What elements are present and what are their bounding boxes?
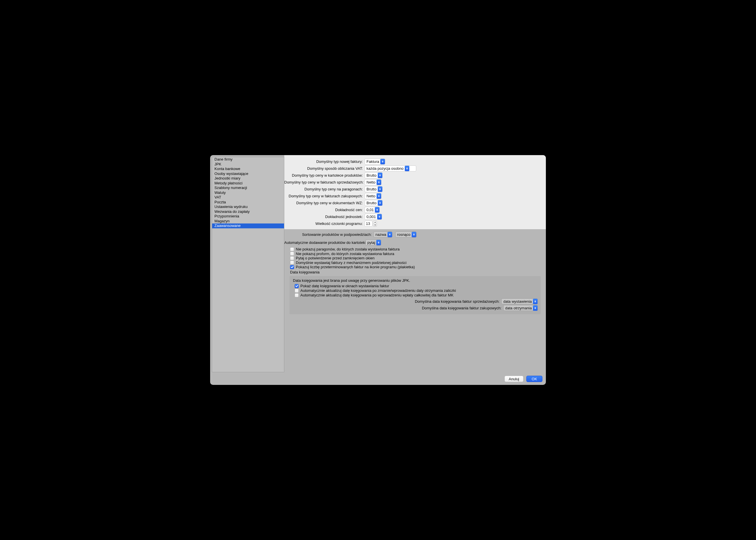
- sidebar-item[interactable]: Szablony numeracji: [212, 186, 284, 191]
- sidebar-item[interactable]: Wezwania do zapłaty: [212, 209, 284, 214]
- select-arrows-icon: [375, 207, 379, 212]
- select-arrows-icon: [377, 193, 381, 199]
- content-area: Dane firmyJPKKonta bankoweOsoby wystawia…: [210, 155, 546, 385]
- label-booking-purchase: Domyślna data księgowania faktur zakupow…: [422, 306, 501, 310]
- checkbox-hide-receipts[interactable]: [290, 247, 294, 251]
- checkbox-label: Pytaj o potwierdzenie przed zamknięciem …: [296, 256, 375, 260]
- select-price-products[interactable]: Brutto: [364, 172, 383, 178]
- label-price-receipts: Domyślny typ ceny na paragonach:: [284, 187, 364, 191]
- sidebar-item[interactable]: Poczta: [212, 200, 284, 205]
- select-arrows-icon: [405, 166, 409, 171]
- sidebar-item[interactable]: JPK: [212, 162, 284, 167]
- select-price-sales[interactable]: Netto: [364, 179, 381, 185]
- checkbox-label: Pokazuj liczbę przeterminowanych faktur …: [296, 265, 415, 269]
- sidebar-item[interactable]: Dane firmy: [212, 157, 284, 162]
- ok-button[interactable]: OK: [526, 376, 542, 382]
- stepper-down-icon[interactable]: [373, 224, 377, 226]
- sidebar-item[interactable]: Zaawansowane: [212, 223, 284, 228]
- label-font-size: Wielkość czcionki programu:: [284, 221, 364, 226]
- cancel-button[interactable]: Anuluj: [504, 376, 523, 382]
- label-new-invoice-type: Domyślny typ nowej faktury:: [284, 159, 364, 164]
- checkbox-label: Domyślnie wystawiaj faktury z mechanizme…: [296, 260, 407, 265]
- label-product-sort: Sortowanie produktów w podpowiedziach:: [284, 232, 373, 237]
- checkbox-hide-proformas[interactable]: [290, 252, 294, 256]
- sidebar-item[interactable]: VAT: [212, 195, 284, 200]
- select-arrows-icon: [376, 240, 381, 245]
- select-vat-calc[interactable]: każda pozycja osobno: [364, 166, 416, 172]
- select-arrows-icon: [412, 232, 416, 237]
- checkbox-split-payment[interactable]: [290, 260, 294, 265]
- label-auto-add-products: Automatyczne dodawanie produktów do kart…: [284, 240, 365, 245]
- checkbox-label: Automatycznie aktualizuj datę księgowani…: [300, 293, 454, 297]
- select-booking-sales[interactable]: data wystawienia: [501, 299, 538, 304]
- select-booking-purchase[interactable]: data otrzymania: [503, 305, 538, 311]
- checkbox-auto-update-advance[interactable]: [294, 289, 299, 293]
- checkbox-label: Nie pokazuj paragonów, do których został…: [296, 247, 400, 251]
- select-arrows-icon: [388, 232, 392, 237]
- select-arrows-icon: [378, 173, 382, 178]
- booking-groupbox: Data księgowania jest brana pod uwagę pr…: [289, 276, 541, 314]
- sidebar-item[interactable]: Magazyn: [212, 219, 284, 224]
- checkbox-label: Nie pokazuj proform, do których została …: [296, 252, 394, 256]
- button-bar: Anuluj OK: [504, 376, 542, 382]
- select-price-precision[interactable]: 0,01: [364, 207, 380, 213]
- label-vat-calc: Domyślny sposób obliczania VAT:: [284, 166, 364, 171]
- sidebar-item[interactable]: Konta bankowe: [212, 167, 284, 172]
- select-product-sort-dir[interactable]: rosnąco: [395, 231, 417, 237]
- select-arrows-icon: [377, 180, 381, 185]
- label-price-purchase: Domyślny typ ceny w fakturach zakupowych…: [284, 194, 364, 198]
- stepper-buttons[interactable]: [373, 220, 377, 227]
- label-price-wz: Domyślny typ ceny w dokumentach WZ:: [284, 201, 364, 205]
- label-price-precision: Dokładność cen:: [284, 208, 364, 212]
- settings-dialog: Dane firmyJPKKonta bankoweOsoby wystawia…: [210, 155, 546, 385]
- sidebar-item[interactable]: Przypomnienia: [212, 214, 284, 219]
- top-section: Domyślny typ nowej faktury: Faktura Domy…: [284, 155, 546, 229]
- checkbox-confirm-close[interactable]: [290, 256, 294, 260]
- label-booking-sales: Domyślna data księgowania faktur sprzeda…: [415, 299, 499, 304]
- checkbox-label: Pokaż datę księgowania w oknach wystawia…: [300, 284, 389, 288]
- select-product-sort-field[interactable]: nazwa: [373, 231, 392, 237]
- booking-heading: Data księgowania: [284, 269, 546, 275]
- sidebar-item[interactable]: Ustawienia wydruku: [212, 204, 284, 209]
- select-arrows-icon: [533, 305, 537, 311]
- booking-note: Data księgowania jest brana pod uwagę pr…: [292, 278, 538, 284]
- stepper-up-icon[interactable]: [373, 221, 377, 224]
- main-panel: Domyślny typ nowej faktury: Faktura Domy…: [284, 155, 546, 385]
- label-unit-precision: Dokładność jednostek:: [284, 214, 364, 219]
- sidebar-item[interactable]: Waluty: [212, 191, 284, 195]
- middle-section: Sortowanie produktów w podpowiedziach: n…: [284, 229, 546, 317]
- sidebar-item[interactable]: Jednostki miary: [212, 176, 284, 181]
- sidebar-item[interactable]: Metody płatności: [212, 181, 284, 186]
- select-auto-add-products[interactable]: pytaj: [365, 239, 381, 246]
- select-arrows-icon: [380, 159, 385, 164]
- select-arrows-icon: [377, 214, 382, 219]
- select-arrows-icon: [378, 187, 382, 192]
- select-price-receipts[interactable]: Brutto: [364, 186, 383, 192]
- select-unit-precision[interactable]: 0,001: [364, 214, 382, 220]
- select-arrows-icon: [378, 200, 382, 206]
- checkbox-auto-update-full[interactable]: [294, 293, 299, 297]
- font-size-input[interactable]: [364, 220, 373, 227]
- checkbox-show-overdue-badge[interactable]: [290, 265, 294, 269]
- sidebar: Dane firmyJPKKonta bankoweOsoby wystawia…: [212, 157, 284, 372]
- select-price-purchase[interactable]: Netto: [364, 193, 381, 199]
- select-arrows-icon: [533, 299, 537, 304]
- checkbox-label: Automatycznie aktualizuj datę księgowani…: [300, 288, 456, 293]
- checkbox-show-booking-date[interactable]: [294, 284, 299, 288]
- select-new-invoice-type[interactable]: Faktura: [364, 159, 385, 165]
- label-price-sales: Domyślny typ ceny w fakturach sprzedażow…: [284, 180, 364, 185]
- font-size-stepper: [364, 220, 377, 227]
- label-price-products: Domyślny typ ceny w kartotece produktów:: [284, 173, 364, 178]
- sidebar-item[interactable]: Osoby wystawiające: [212, 172, 284, 176]
- select-price-wz[interactable]: Brutto: [364, 200, 383, 206]
